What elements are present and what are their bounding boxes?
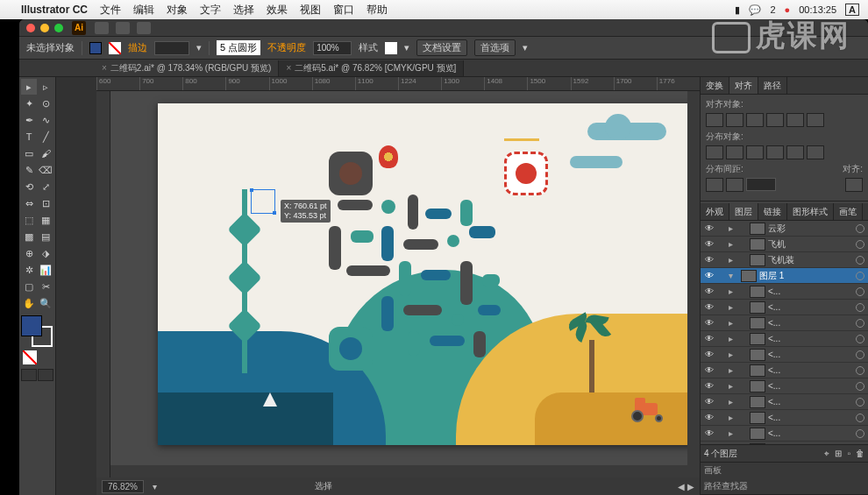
brushes-tab[interactable]: 画笔 — [834, 203, 863, 220]
battery-icon[interactable]: ▮ — [735, 4, 740, 16]
artboard[interactable]: X: 760.61 pt Y: 435.53 pt — [158, 103, 700, 445]
visibility-toggle[interactable]: 👁 — [704, 302, 715, 312]
visibility-toggle[interactable]: 👁 — [704, 223, 715, 233]
stroke-weight-input[interactable] — [154, 41, 189, 55]
dist-bottom[interactable] — [746, 145, 764, 159]
layer-name[interactable]: <... — [768, 350, 853, 359]
layer-row[interactable]: 👁▸<... — [701, 300, 868, 315]
scale-tool[interactable]: ⤢ — [38, 179, 53, 194]
layer-name[interactable]: <... — [768, 397, 853, 407]
line-tool[interactable]: ╱ — [38, 129, 53, 145]
align-right[interactable] — [746, 113, 764, 127]
vertical-ruler[interactable] — [96, 91, 110, 477]
target-icon[interactable] — [856, 350, 864, 359]
zoom-tool[interactable]: 🔍 — [38, 295, 53, 311]
arrange-icon[interactable] — [116, 22, 130, 34]
visibility-toggle[interactable]: 👁 — [704, 381, 715, 391]
blend-tool[interactable]: ⬗ — [38, 245, 53, 261]
align-left[interactable] — [706, 113, 723, 127]
layer-name[interactable]: 图层 1 — [759, 270, 853, 282]
menu-edit[interactable]: 编辑 — [133, 3, 154, 18]
layer-name[interactable]: 云彩 — [768, 223, 853, 235]
workspace-icon[interactable] — [137, 22, 151, 34]
doc-tab-0[interactable]: × 二维码2.ai* @ 178.34% (RGB/GPU 预览) — [95, 60, 279, 76]
bridge-icon[interactable] — [95, 22, 109, 34]
close-tab-icon[interactable]: × — [102, 63, 107, 73]
layer-name[interactable]: <... — [768, 302, 853, 312]
artboard-tool[interactable]: ▢ — [21, 279, 37, 294]
selected-object-bbox[interactable] — [251, 189, 275, 214]
expand-toggle[interactable]: ▸ — [729, 302, 736, 312]
graphic-styles-tab[interactable]: 图形样式 — [787, 203, 834, 220]
wechat-icon[interactable]: 💬 — [749, 4, 761, 16]
target-icon[interactable] — [856, 240, 864, 249]
appearance-tab[interactable]: 外观 — [701, 203, 729, 220]
shape-builder-tool[interactable]: ⬚ — [21, 212, 37, 228]
target-icon[interactable] — [856, 398, 864, 407]
menu-file[interactable]: 文件 — [100, 3, 121, 18]
spacing-input[interactable] — [746, 178, 776, 191]
visibility-toggle[interactable]: 👁 — [704, 365, 715, 375]
dist-right[interactable] — [807, 145, 824, 159]
transform-tab[interactable]: 变换 — [701, 77, 729, 94]
target-icon[interactable] — [856, 224, 864, 233]
expand-toggle[interactable]: ▸ — [729, 350, 736, 359]
align-to-dropdown[interactable] — [845, 178, 863, 192]
expand-toggle[interactable]: ▸ — [729, 255, 736, 265]
visibility-toggle[interactable]: 👁 — [704, 413, 715, 422]
selection-tool[interactable]: ▸ — [21, 79, 37, 95]
eraser-tool[interactable]: ⌫ — [38, 162, 53, 178]
target-icon[interactable] — [856, 382, 864, 391]
expand-toggle[interactable]: ▾ — [729, 271, 736, 280]
layer-row[interactable]: 👁▾图层 1 — [701, 268, 868, 284]
layer-name[interactable]: 飞机装 — [768, 254, 853, 266]
target-icon[interactable] — [856, 429, 864, 438]
visibility-toggle[interactable]: 👁 — [704, 397, 715, 407]
dist-hcenter[interactable] — [786, 145, 804, 159]
layer-name[interactable]: <... — [768, 318, 853, 328]
hand-tool[interactable]: ✋ — [21, 295, 37, 311]
close-tab-icon[interactable]: × — [286, 63, 291, 73]
layer-row[interactable]: 👁▸<... — [701, 347, 868, 363]
canvas[interactable]: 6007008009001000108011001224130014081500… — [96, 77, 700, 495]
layer-name[interactable]: <... — [768, 334, 853, 343]
expand-toggle[interactable]: ▸ — [729, 223, 736, 233]
layer-name[interactable]: <... — [768, 428, 853, 438]
layer-row[interactable]: 👁▸飞机装 — [701, 252, 868, 268]
menu-object[interactable]: 对象 — [167, 3, 188, 18]
expand-toggle[interactable]: ▸ — [729, 365, 736, 375]
align-top[interactable] — [766, 113, 784, 127]
expand-toggle[interactable]: ▸ — [729, 381, 736, 391]
doc-tab-1[interactable]: × 二维码5.ai* @ 76.82% [CMYK/GPU 预览] — [279, 60, 464, 76]
zoom-field[interactable]: 76.82% — [102, 480, 144, 493]
layer-row[interactable]: 👁▸<... — [701, 284, 868, 300]
menu-window[interactable]: 窗口 — [333, 3, 354, 18]
zoom-window[interactable] — [54, 24, 63, 32]
expand-toggle[interactable]: ▸ — [729, 397, 736, 407]
pathfinder-panel[interactable]: 路径查找器 — [704, 480, 748, 492]
menu-effect[interactable]: 效果 — [267, 3, 288, 18]
app-name[interactable]: Illustrator CC — [21, 4, 88, 16]
target-icon[interactable] — [856, 272, 864, 280]
close-window[interactable] — [26, 24, 35, 32]
target-icon[interactable] — [856, 287, 864, 296]
layer-row[interactable]: 👁▸<... — [701, 394, 868, 410]
links-tab[interactable]: 链接 — [758, 203, 787, 220]
mesh-tool[interactable]: ▩ — [21, 229, 37, 244]
visibility-toggle[interactable]: 👁 — [704, 271, 715, 280]
target-icon[interactable] — [856, 366, 864, 375]
full-screen[interactable] — [38, 369, 53, 381]
align-hcenter[interactable] — [726, 113, 743, 127]
layer-row[interactable]: 👁▸<... — [701, 410, 868, 426]
v-scrollbar[interactable] — [687, 91, 700, 465]
layer-name[interactable]: <... — [768, 286, 853, 296]
minimize-window[interactable] — [40, 24, 49, 32]
layer-name[interactable]: <... — [768, 381, 853, 391]
adobe-icon[interactable]: A — [845, 4, 859, 16]
width-tool[interactable]: ⇔ — [21, 195, 37, 211]
collapsed-panel-dock[interactable] — [56, 77, 96, 495]
align-vcenter[interactable] — [786, 113, 804, 127]
visibility-toggle[interactable]: 👁 — [704, 255, 715, 265]
perspective-tool[interactable]: ▦ — [38, 212, 53, 228]
none-color[interactable] — [23, 350, 37, 364]
